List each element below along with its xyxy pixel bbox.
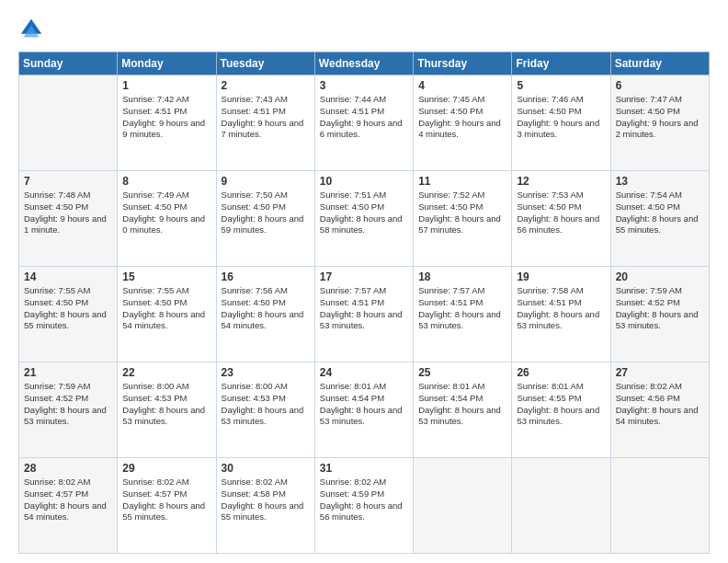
- day-number: 18: [418, 270, 506, 283]
- calendar-cell: 31Sunrise: 8:02 AMSunset: 4:59 PMDayligh…: [314, 458, 413, 554]
- weekday-header-sunday: Sunday: [19, 52, 118, 75]
- day-info: Sunrise: 8:01 AMSunset: 4:54 PMDaylight:…: [320, 381, 408, 428]
- calendar-cell: 7Sunrise: 7:48 AMSunset: 4:50 PMDaylight…: [19, 171, 118, 267]
- calendar-cell: 8Sunrise: 7:49 AMSunset: 4:50 PMDaylight…: [118, 171, 216, 267]
- calendar-cell: [414, 458, 512, 554]
- calendar-cell: 15Sunrise: 7:55 AMSunset: 4:50 PMDayligh…: [118, 267, 216, 362]
- logo: [18, 17, 48, 42]
- day-info: Sunrise: 8:02 AMSunset: 4:56 PMDaylight:…: [616, 381, 704, 428]
- weekday-header-saturday: Saturday: [610, 52, 709, 75]
- day-number: 17: [320, 270, 408, 283]
- calendar-week-row: 14Sunrise: 7:55 AMSunset: 4:50 PMDayligh…: [19, 267, 710, 362]
- calendar-cell: 1Sunrise: 7:42 AMSunset: 4:51 PMDaylight…: [118, 75, 216, 171]
- day-number: 8: [122, 175, 210, 188]
- calendar-cell: 3Sunrise: 7:44 AMSunset: 4:51 PMDaylight…: [314, 75, 413, 171]
- calendar-cell: 12Sunrise: 7:53 AMSunset: 4:50 PMDayligh…: [512, 171, 610, 267]
- day-info: Sunrise: 7:56 AMSunset: 4:50 PMDaylight:…: [222, 285, 310, 332]
- calendar-cell: 17Sunrise: 7:57 AMSunset: 4:51 PMDayligh…: [314, 267, 413, 362]
- day-number: 22: [122, 366, 210, 379]
- calendar-cell: 13Sunrise: 7:54 AMSunset: 4:50 PMDayligh…: [610, 171, 709, 267]
- day-number: 25: [418, 366, 506, 379]
- day-number: 19: [517, 270, 605, 283]
- calendar-cell: 22Sunrise: 8:00 AMSunset: 4:53 PMDayligh…: [118, 362, 216, 458]
- day-info: Sunrise: 7:45 AMSunset: 4:50 PMDaylight:…: [418, 94, 506, 141]
- calendar-cell: 16Sunrise: 7:56 AMSunset: 4:50 PMDayligh…: [216, 267, 314, 362]
- calendar-cell: 5Sunrise: 7:46 AMSunset: 4:50 PMDaylight…: [512, 75, 610, 171]
- day-info: Sunrise: 8:02 AMSunset: 4:59 PMDaylight:…: [320, 477, 408, 523]
- day-number: 21: [24, 366, 112, 379]
- day-info: Sunrise: 7:59 AMSunset: 4:52 PMDaylight:…: [24, 381, 112, 428]
- calendar-cell: [610, 458, 709, 554]
- calendar-cell: 27Sunrise: 8:02 AMSunset: 4:56 PMDayligh…: [610, 362, 709, 458]
- logo-icon: [18, 17, 44, 42]
- calendar-cell: 9Sunrise: 7:50 AMSunset: 4:50 PMDaylight…: [216, 171, 314, 267]
- weekday-header-row: SundayMondayTuesdayWednesdayThursdayFrid…: [19, 52, 710, 75]
- day-number: 6: [616, 79, 704, 92]
- calendar-cell: 18Sunrise: 7:57 AMSunset: 4:51 PMDayligh…: [414, 267, 512, 362]
- day-info: Sunrise: 7:42 AMSunset: 4:51 PMDaylight:…: [122, 94, 210, 141]
- day-number: 26: [517, 366, 605, 379]
- day-number: 9: [222, 175, 310, 188]
- weekday-header-thursday: Thursday: [414, 52, 512, 75]
- calendar-cell: 10Sunrise: 7:51 AMSunset: 4:50 PMDayligh…: [314, 171, 413, 267]
- day-number: 15: [122, 270, 210, 283]
- day-info: Sunrise: 7:57 AMSunset: 4:51 PMDaylight:…: [418, 285, 506, 332]
- day-number: 12: [517, 175, 605, 188]
- day-number: 31: [320, 462, 408, 475]
- day-number: 4: [418, 79, 506, 92]
- day-info: Sunrise: 7:59 AMSunset: 4:52 PMDaylight:…: [616, 285, 704, 332]
- day-number: 7: [24, 175, 112, 188]
- day-number: 20: [616, 270, 704, 283]
- day-info: Sunrise: 7:55 AMSunset: 4:50 PMDaylight:…: [24, 285, 112, 332]
- calendar-cell: 20Sunrise: 7:59 AMSunset: 4:52 PMDayligh…: [610, 267, 709, 362]
- day-info: Sunrise: 8:00 AMSunset: 4:53 PMDaylight:…: [222, 381, 310, 428]
- calendar-page: SundayMondayTuesdayWednesdayThursdayFrid…: [0, 0, 728, 563]
- day-info: Sunrise: 7:58 AMSunset: 4:51 PMDaylight:…: [517, 285, 605, 332]
- calendar-cell: 26Sunrise: 8:01 AMSunset: 4:55 PMDayligh…: [512, 362, 610, 458]
- calendar-week-row: 28Sunrise: 8:02 AMSunset: 4:57 PMDayligh…: [19, 458, 710, 554]
- weekday-header-monday: Monday: [118, 52, 216, 75]
- day-info: Sunrise: 8:01 AMSunset: 4:55 PMDaylight:…: [517, 381, 605, 428]
- calendar-cell: [512, 458, 610, 554]
- calendar-cell: 29Sunrise: 8:02 AMSunset: 4:57 PMDayligh…: [118, 458, 216, 554]
- day-info: Sunrise: 7:49 AMSunset: 4:50 PMDaylight:…: [122, 190, 210, 236]
- calendar-cell: 24Sunrise: 8:01 AMSunset: 4:54 PMDayligh…: [314, 362, 413, 458]
- day-info: Sunrise: 7:55 AMSunset: 4:50 PMDaylight:…: [122, 285, 210, 332]
- calendar-week-row: 1Sunrise: 7:42 AMSunset: 4:51 PMDaylight…: [19, 75, 710, 171]
- day-number: 13: [616, 175, 704, 188]
- day-number: 28: [24, 462, 112, 475]
- calendar-week-row: 21Sunrise: 7:59 AMSunset: 4:52 PMDayligh…: [19, 362, 710, 458]
- day-info: Sunrise: 8:02 AMSunset: 4:57 PMDaylight:…: [24, 477, 112, 523]
- day-number: 24: [320, 366, 408, 379]
- calendar-cell: 2Sunrise: 7:43 AMSunset: 4:51 PMDaylight…: [216, 75, 314, 171]
- day-info: Sunrise: 7:51 AMSunset: 4:50 PMDaylight:…: [320, 190, 408, 236]
- day-info: Sunrise: 7:43 AMSunset: 4:51 PMDaylight:…: [222, 94, 310, 141]
- calendar-cell: 14Sunrise: 7:55 AMSunset: 4:50 PMDayligh…: [19, 267, 118, 362]
- weekday-header-wednesday: Wednesday: [314, 52, 413, 75]
- calendar-cell: 23Sunrise: 8:00 AMSunset: 4:53 PMDayligh…: [216, 362, 314, 458]
- day-number: 30: [222, 462, 310, 475]
- calendar-cell: 21Sunrise: 7:59 AMSunset: 4:52 PMDayligh…: [19, 362, 118, 458]
- day-info: Sunrise: 7:57 AMSunset: 4:51 PMDaylight:…: [320, 285, 408, 332]
- calendar-cell: [19, 75, 118, 171]
- day-number: 14: [24, 270, 112, 283]
- calendar-cell: 19Sunrise: 7:58 AMSunset: 4:51 PMDayligh…: [512, 267, 610, 362]
- day-number: 10: [320, 175, 408, 188]
- day-info: Sunrise: 7:53 AMSunset: 4:50 PMDaylight:…: [517, 190, 605, 236]
- header: [18, 17, 710, 42]
- calendar-cell: 30Sunrise: 8:02 AMSunset: 4:58 PMDayligh…: [216, 458, 314, 554]
- day-info: Sunrise: 7:47 AMSunset: 4:50 PMDaylight:…: [616, 94, 704, 141]
- calendar-cell: 11Sunrise: 7:52 AMSunset: 4:50 PMDayligh…: [414, 171, 512, 267]
- day-info: Sunrise: 7:46 AMSunset: 4:50 PMDaylight:…: [517, 94, 605, 141]
- day-info: Sunrise: 7:52 AMSunset: 4:50 PMDaylight:…: [418, 190, 506, 236]
- day-info: Sunrise: 8:02 AMSunset: 4:58 PMDaylight:…: [222, 477, 310, 523]
- calendar-table: SundayMondayTuesdayWednesdayThursdayFrid…: [18, 52, 710, 554]
- calendar-cell: 25Sunrise: 8:01 AMSunset: 4:54 PMDayligh…: [414, 362, 512, 458]
- day-number: 2: [222, 79, 310, 92]
- day-number: 23: [222, 366, 310, 379]
- weekday-header-friday: Friday: [512, 52, 610, 75]
- calendar-cell: 6Sunrise: 7:47 AMSunset: 4:50 PMDaylight…: [610, 75, 709, 171]
- day-number: 1: [122, 79, 210, 92]
- calendar-cell: 28Sunrise: 8:02 AMSunset: 4:57 PMDayligh…: [19, 458, 118, 554]
- day-number: 5: [517, 79, 605, 92]
